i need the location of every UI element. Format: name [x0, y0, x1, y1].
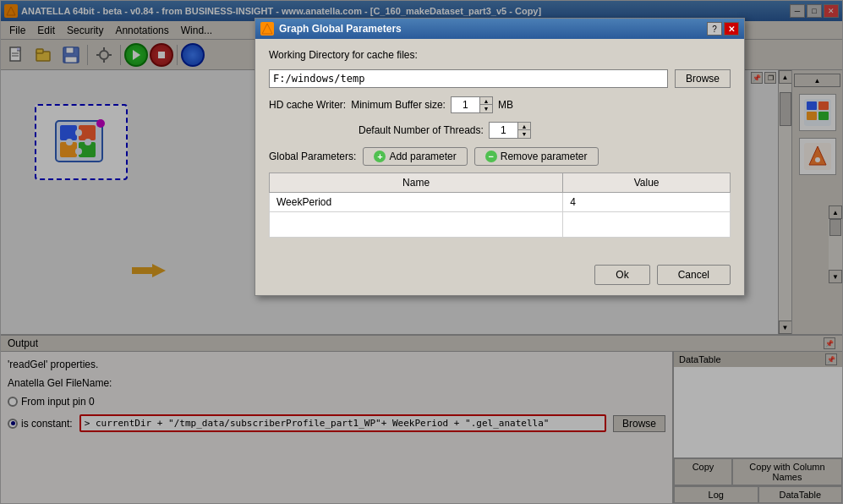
- hd-cache-row: HD cache Writer: Minimum Buffer size: 1 …: [269, 96, 731, 113]
- threads-spinbox[interactable]: 1 ▲ ▼: [489, 122, 531, 139]
- min-buffer-value: 1: [452, 99, 479, 111]
- dialog-footer: Ok Cancel: [255, 258, 744, 295]
- minus-icon: −: [485, 151, 497, 162]
- svg-marker-35: [262, 24, 272, 34]
- dialog-help-button[interactable]: ?: [707, 22, 722, 36]
- modal-overlay: Graph Global Parameters ? ✕ Working Dire…: [1, 1, 842, 503]
- dialog-title-left: Graph Global Parameters: [260, 22, 402, 36]
- working-dir-browse-button[interactable]: Browse: [675, 69, 731, 88]
- min-buffer-arrows: ▲ ▼: [479, 97, 492, 112]
- dialog-title: Graph Global Parameters: [279, 23, 402, 35]
- threads-arrows: ▲ ▼: [517, 123, 530, 138]
- dialog-title-bar: Graph Global Parameters ? ✕: [255, 19, 744, 39]
- working-dir-input-row: Browse: [269, 69, 731, 88]
- hd-cache-label: HD cache Writer:: [269, 99, 346, 111]
- table-header-row: Name Value: [270, 173, 731, 193]
- dialog-icon: [260, 22, 274, 36]
- min-buffer-spinbox[interactable]: 1 ▲ ▼: [451, 96, 493, 113]
- dialog: Graph Global Parameters ? ✕ Working Dire…: [255, 18, 745, 296]
- param-name: WeekPeriod: [270, 193, 563, 212]
- global-params-row: Global Parameters: + Add parameter − Rem…: [269, 147, 731, 166]
- plus-icon: +: [374, 151, 386, 162]
- add-param-label: Add parameter: [389, 151, 456, 162]
- working-dir-row: Working Directory for cache files:: [269, 49, 731, 61]
- threads-down[interactable]: ▼: [518, 130, 530, 138]
- threads-label: Default Number of Threads:: [359, 124, 484, 136]
- global-params-label: Global Parameters:: [269, 151, 356, 162]
- param-value: 4: [563, 193, 731, 212]
- app-window: ANATELLA 64bit - beta - v0.84 - from BUS…: [0, 0, 843, 504]
- min-buffer-down[interactable]: ▼: [480, 105, 492, 112]
- cancel-button[interactable]: Cancel: [657, 265, 731, 285]
- threads-value: 1: [490, 124, 517, 136]
- add-param-button[interactable]: + Add parameter: [363, 147, 467, 166]
- min-buffer-label: Minimum Buffer size:: [351, 99, 446, 111]
- threads-up[interactable]: ▲: [518, 123, 530, 130]
- dialog-title-buttons: ? ✕: [707, 22, 739, 36]
- col-name-header: Name: [270, 173, 563, 193]
- min-buffer-up[interactable]: ▲: [480, 97, 492, 105]
- col-value-header: Value: [563, 173, 731, 193]
- remove-param-label: Remove parameter: [501, 151, 588, 162]
- params-table: Name Value WeekPeriod 4: [269, 173, 731, 238]
- table-row[interactable]: WeekPeriod 4: [270, 193, 731, 212]
- remove-param-button[interactable]: − Remove parameter: [474, 147, 599, 166]
- working-dir-input[interactable]: [269, 69, 668, 88]
- mb-label: MB: [498, 99, 513, 111]
- ok-button[interactable]: Ok: [594, 265, 649, 285]
- dialog-body: Working Directory for cache files: Brows…: [255, 39, 744, 258]
- table-empty-row: [270, 212, 731, 238]
- threads-row: Default Number of Threads: 1 ▲ ▼: [269, 122, 731, 139]
- working-dir-label: Working Directory for cache files:: [269, 49, 418, 61]
- dialog-close-button[interactable]: ✕: [724, 22, 739, 36]
